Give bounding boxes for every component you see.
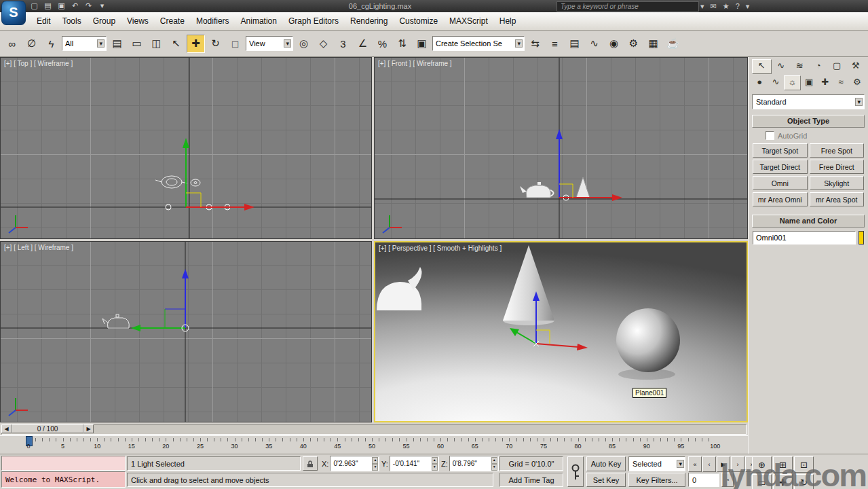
maxscript-listener-output[interactable]: Welcome to MAXScript.: [1, 471, 126, 488]
graph-editors-icon[interactable]: ∿: [585, 35, 603, 53]
tab-motion[interactable]: ◔: [810, 59, 828, 73]
render-setup-icon[interactable]: ⚙: [624, 35, 643, 53]
viewport-left-label[interactable]: [+] [ Left ] [ Wireframe ]: [4, 244, 73, 251]
current-frame-field[interactable]: 0: [688, 473, 719, 487]
menu-item[interactable]: Graph Editors: [283, 14, 344, 28]
undo-icon[interactable]: ↶: [69, 1, 81, 11]
menu-item[interactable]: MAXScript: [444, 14, 493, 28]
menu-item[interactable]: Modifiers: [191, 14, 235, 28]
coord-y-field[interactable]: -0'0.141" ▲▼: [390, 456, 439, 471]
align-icon[interactable]: ≡: [546, 35, 564, 53]
reference-coordinate-dropdown[interactable]: View: [246, 36, 293, 51]
snaps-toggle-icon[interactable]: 3: [334, 35, 352, 53]
selection-region-icon[interactable]: ▭: [128, 35, 146, 53]
menu-item[interactable]: Views: [121, 14, 154, 28]
menu-item[interactable]: Tools: [57, 14, 87, 28]
manage-layers-icon[interactable]: ▤: [565, 35, 584, 53]
favorites-icon[interactable]: ★: [723, 1, 730, 12]
material-editor-icon[interactable]: ◉: [605, 35, 623, 53]
select-and-link-icon[interactable]: ∞: [3, 35, 21, 53]
category-space-warps[interactable]: ≈: [833, 75, 849, 89]
time-slider-track[interactable]: [1, 424, 747, 435]
menu-item[interactable]: Create: [155, 14, 190, 28]
select-and-manipulate-icon[interactable]: ◇: [314, 35, 333, 53]
coord-z-field[interactable]: 0'8.796" ▲▼: [449, 456, 499, 471]
light-type-button[interactable]: Omni: [753, 176, 808, 190]
help-dropdown-icon[interactable]: ▾: [746, 1, 750, 12]
select-and-scale-icon[interactable]: □: [226, 35, 244, 53]
object-color-swatch[interactable]: [858, 231, 864, 244]
time-slider-handle[interactable]: ◀ 0 / 100 ▶: [1, 424, 94, 433]
menu-item[interactable]: Edit: [31, 14, 56, 28]
category-geometry[interactable]: ●: [752, 75, 768, 89]
auto-key-button[interactable]: Auto Key: [586, 456, 626, 471]
set-key-button[interactable]: Set Key: [586, 473, 626, 487]
menu-item[interactable]: Group: [88, 14, 121, 28]
object-type-rollout-header[interactable]: Object Type: [752, 115, 865, 128]
application-menu-button[interactable]: S: [1, 1, 26, 25]
render-production-icon[interactable]: ☕: [664, 35, 682, 53]
open-file-icon[interactable]: ▤: [42, 1, 54, 11]
key-mode-dropdown[interactable]: Selected: [628, 456, 685, 471]
light-type-button[interactable]: mr Area Spot: [810, 192, 865, 206]
help-icon[interactable]: ?: [736, 1, 740, 12]
select-by-name-icon[interactable]: ▤: [108, 35, 126, 53]
next-frame-arrow-icon[interactable]: ▶: [83, 424, 94, 433]
coord-x-spinner[interactable]: ▲▼: [372, 457, 378, 471]
menu-item[interactable]: Customize: [394, 14, 443, 28]
tab-modify[interactable]: ∿: [772, 59, 791, 73]
select-and-move-icon[interactable]: ✚: [187, 35, 205, 53]
viewport-left[interactable]: [+] [ Left ] [ Wireframe ]: [0, 241, 372, 422]
select-object-icon[interactable]: ↖: [167, 35, 185, 53]
tab-hierarchy[interactable]: ≋: [791, 59, 809, 73]
new-file-icon[interactable]: ▢: [29, 1, 40, 11]
object-name-input[interactable]: [753, 231, 856, 244]
light-type-button[interactable]: Target Spot: [753, 143, 808, 158]
light-type-button[interactable]: mr Area Omni: [753, 192, 808, 206]
coord-y-spinner[interactable]: ▲▼: [432, 457, 438, 471]
selection-lock-toggle[interactable]: [303, 456, 318, 471]
select-and-rotate-icon[interactable]: ↻: [206, 35, 225, 53]
bind-to-space-warp-icon[interactable]: ϟ: [42, 35, 60, 53]
autogrid-checkbox[interactable]: [766, 131, 774, 140]
selection-filter-dropdown[interactable]: All: [62, 36, 107, 51]
set-keys-button[interactable]: [567, 456, 584, 487]
menu-item[interactable]: Animation: [235, 14, 282, 28]
named-selection-dropdown[interactable]: Create Selection Se: [432, 36, 525, 51]
category-shapes[interactable]: ∿: [768, 75, 784, 89]
viewport-top[interactable]: [+] [ Top ] [ Wireframe ]: [0, 57, 372, 239]
go-to-start-icon[interactable]: «: [688, 456, 702, 472]
viewport-perspective[interactable]: [+] [ Perspective ] [ Smooth + Highlight…: [374, 241, 748, 422]
light-type-button[interactable]: Free Direct: [810, 160, 865, 174]
unlink-selection-icon[interactable]: ∅: [22, 35, 41, 53]
percent-snap-icon[interactable]: %: [373, 35, 392, 53]
category-helpers[interactable]: ✚: [817, 75, 833, 89]
edit-named-selection-sets-icon[interactable]: ▣: [413, 35, 431, 53]
window-crossing-icon[interactable]: ◫: [147, 35, 166, 53]
name-color-rollout-header[interactable]: Name and Color: [752, 215, 865, 228]
communication-center-icon[interactable]: ✉: [711, 1, 717, 12]
previous-frame-arrow-icon[interactable]: ◀: [1, 424, 12, 433]
mirror-icon[interactable]: ⇆: [526, 35, 544, 53]
infocenter-search-input[interactable]: [556, 1, 699, 12]
category-cameras[interactable]: ▣: [801, 75, 817, 89]
quick-access-dropdown-icon[interactable]: ▾: [96, 1, 108, 11]
angle-snap-icon[interactable]: ∠: [354, 35, 372, 53]
light-type-dropdown[interactable]: Standard: [752, 94, 865, 109]
redo-icon[interactable]: ↷: [83, 1, 94, 11]
coord-z-spinner[interactable]: ▲▼: [491, 457, 497, 471]
maxscript-listener-line[interactable]: [1, 456, 126, 471]
tab-create[interactable]: ↖: [752, 59, 772, 74]
light-type-button[interactable]: Free Spot: [810, 143, 865, 158]
use-pivot-center-icon[interactable]: ◎: [295, 35, 313, 53]
light-type-button[interactable]: Target Direct: [753, 160, 808, 174]
add-time-tag-field[interactable]: Add Time Tag: [499, 473, 563, 487]
light-type-button[interactable]: Skylight: [810, 176, 865, 190]
viewport-top-label[interactable]: [+] [ Top ] [ Wireframe ]: [4, 60, 73, 67]
menu-item[interactable]: Rendering: [345, 14, 393, 28]
save-file-icon[interactable]: ▣: [56, 1, 67, 11]
tab-display[interactable]: ▢: [828, 59, 846, 73]
tab-utilities[interactable]: ⚒: [847, 59, 865, 73]
category-lights[interactable]: ☼: [784, 75, 801, 90]
search-scope-icon[interactable]: ▾: [700, 1, 704, 12]
